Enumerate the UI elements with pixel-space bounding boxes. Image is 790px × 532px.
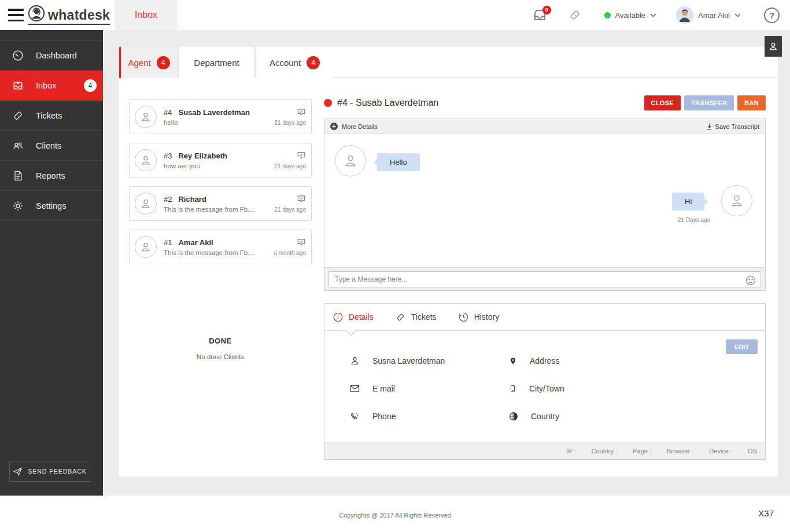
chat-bubble-icon — [297, 238, 306, 246]
topbar-tab-inbox[interactable]: Inbox — [115, 0, 177, 30]
chat-bubble-icon — [297, 108, 306, 116]
location-pin-icon — [509, 356, 517, 366]
client-card[interactable]: #2Richard This is the message from Fb...… — [129, 186, 312, 221]
sidebar-item-label: Settings — [36, 201, 66, 210]
phone-icon — [350, 412, 360, 422]
message-preview: This is the message from Fb.... — [164, 249, 274, 256]
meta-browser: Browser : — [667, 448, 693, 455]
message-thread: Hello Hi 21 Days ago — [324, 134, 765, 267]
sidebar-item-label: Tickets — [36, 111, 62, 120]
sidebar-item-tickets[interactable]: Tickets — [0, 101, 103, 131]
tab-agent[interactable]: Agent 4 — [119, 47, 177, 78]
agent-avatar — [721, 185, 752, 216]
client-number: #1 — [164, 238, 172, 247]
chat-bubble-icon — [297, 152, 306, 160]
meta-device: Device : — [709, 448, 732, 455]
tab-history[interactable]: History — [459, 312, 500, 322]
inbox-icon — [12, 80, 24, 91]
settings-icon — [12, 200, 24, 212]
field-country: Country — [509, 402, 700, 430]
client-card[interactable]: #3Rey Elizabeth how aer you 21 days ago — [129, 143, 312, 178]
message-preview: hello — [164, 119, 275, 126]
tab-tickets[interactable]: Tickets — [396, 312, 437, 322]
client-name: Amar Akil — [178, 238, 213, 247]
logo-text: whatdesk — [48, 9, 110, 22]
save-transcript-label: Save Transcript — [715, 123, 759, 130]
plus-circle-icon — [330, 123, 338, 130]
user-name: Amar Akil — [698, 11, 730, 20]
ticket-icon — [396, 312, 405, 322]
done-title: DONE — [129, 337, 312, 345]
message-preview: This is the message from Fb.... — [164, 206, 275, 213]
client-avatar — [135, 193, 157, 215]
client-card[interactable]: #4Susab Laverdetman hello 21 days ago — [129, 99, 312, 134]
sidebar-item-inbox[interactable]: Inbox 4 — [0, 71, 103, 101]
profile-panel-toggle[interactable] — [765, 36, 782, 57]
chat-message-received: Hello — [377, 153, 420, 171]
emoji-icon[interactable] — [745, 275, 756, 286]
ban-button[interactable]: BAN — [737, 95, 766, 110]
sidebar-item-clients[interactable]: Clients — [0, 131, 103, 161]
transfer-button[interactable]: TRANSFER — [684, 95, 734, 110]
client-details-panel: Details Tickets History EDIT — [324, 303, 766, 460]
client-number: #3 — [164, 152, 172, 160]
message-timestamp: 21 Days ago — [678, 217, 710, 223]
client-avatar — [135, 236, 157, 258]
client-name: Richard — [178, 195, 206, 204]
client-list: #4Susab Laverdetman hello 21 days ago #3… — [129, 99, 312, 360]
page-footer: Copyrights @ 2017 All Rights Reserved X3… — [0, 496, 790, 532]
message-input[interactable] — [328, 271, 761, 287]
meta-os: OS — [748, 448, 757, 455]
field-name: Susna Laverdetman — [350, 347, 509, 375]
conversation-area: #4 - Susab Laverdetman CLOSE TRANSFER BA… — [324, 94, 766, 460]
sidebar: Dashboard Inbox 4 Tickets Clients Report… — [0, 30, 103, 496]
sidebar-item-dashboard[interactable]: Dashboard — [0, 40, 103, 71]
download-icon — [706, 123, 713, 130]
send-feedback-button[interactable]: SEND FEEDBACK — [9, 461, 90, 482]
help-button[interactable]: ? — [764, 8, 780, 23]
mobile-icon — [509, 383, 516, 394]
message-time: 21 days ago — [275, 120, 307, 126]
tab-account[interactable]: Account 4 — [254, 47, 333, 78]
sidebar-item-label: Inbox — [36, 81, 56, 90]
done-empty-text: No done Clients — [129, 353, 312, 360]
availability-dropdown[interactable]: Available — [604, 11, 657, 20]
more-details-button[interactable]: More Details — [330, 123, 378, 130]
edit-button[interactable]: EDIT — [726, 339, 758, 354]
client-card[interactable]: #1Amar Akil This is the message from Fb.… — [129, 230, 312, 264]
tab-history-label: History — [474, 312, 500, 322]
globe-icon — [509, 412, 518, 421]
dashboard-icon — [12, 50, 24, 61]
sidebar-item-reports[interactable]: Reports — [0, 161, 103, 191]
message-preview: how aer you — [164, 162, 275, 169]
chat-panel: More Details Save Transcript Hello Hi 21… — [324, 119, 766, 291]
copyright-text: Copyrights @ 2017 All Rights Reserved — [0, 512, 790, 519]
tab-details[interactable]: Details — [333, 312, 374, 322]
tab-agent-badge: 4 — [157, 56, 170, 69]
user-menu[interactable]: Amar Akil — [676, 6, 741, 24]
tab-details-label: Details — [349, 312, 374, 322]
field-city: City/Town — [509, 375, 700, 402]
notifications-button[interactable]: 0 — [533, 9, 547, 21]
history-icon — [459, 312, 468, 322]
conversation-header: #4 - Susab Laverdetman CLOSE TRANSFER BA… — [324, 94, 766, 112]
status-dot — [604, 12, 611, 19]
queue-tabs: Agent 4 Department Account 4 — [119, 47, 778, 78]
client-number: #4 — [164, 108, 172, 117]
tab-department-label: Department — [194, 58, 239, 68]
close-button[interactable]: CLOSE — [644, 95, 681, 110]
chevron-down-icon — [650, 13, 656, 17]
hamburger-menu-icon[interactable] — [8, 9, 24, 21]
paper-plane-icon — [13, 467, 23, 476]
save-transcript-button[interactable]: Save Transcript — [706, 123, 759, 130]
headset-person-icon — [28, 5, 45, 22]
ticket-icon — [12, 110, 24, 121]
field-phone: Phone — [350, 402, 509, 430]
sidebar-item-settings[interactable]: Settings — [0, 191, 103, 221]
send-feedback-label: SEND FEEDBACK — [28, 468, 87, 475]
message-time: a month ago — [274, 250, 306, 256]
tickets-shortcut-icon[interactable] — [568, 9, 581, 21]
field-email: E mail — [350, 375, 509, 402]
tab-department[interactable]: Department — [177, 47, 254, 78]
app-logo[interactable]: whatdesk — [28, 5, 110, 25]
